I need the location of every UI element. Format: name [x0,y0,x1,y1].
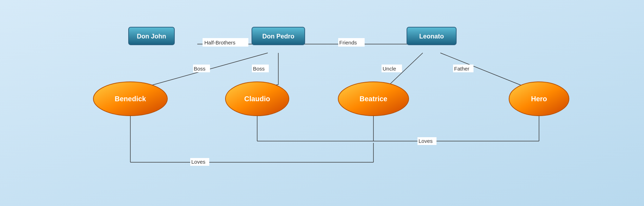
label-loves-benedick: Loves [191,159,205,165]
label-father: Father [454,66,469,72]
node-leonato[interactable]: Leonato [407,27,456,45]
node-don-pedro[interactable]: Don Pedro [252,27,305,45]
label-don-pedro: Don Pedro [262,33,294,40]
node-claudio[interactable]: Claudio [225,82,289,116]
label-hero: Hero [531,95,547,103]
label-friends: Friends [339,40,357,46]
label-boss-claudio: Boss [253,66,265,72]
label-loves-claudio: Loves [419,138,433,144]
node-don-john[interactable]: Don John [129,27,174,45]
label-boss-benedick: Boss [194,66,205,72]
node-benedick[interactable]: Benedick [93,82,167,116]
label-leonato: Leonato [419,33,444,40]
node-hero[interactable]: Hero [509,82,569,116]
relationship-diagram: Half-Brothers Friends Boss Boss Uncle Fa… [0,0,644,206]
label-benedick: Benedick [115,95,147,103]
label-claudio: Claudio [244,95,270,103]
node-beatrice[interactable]: Beatrice [338,82,409,116]
label-don-john: Don John [137,33,166,40]
label-beatrice: Beatrice [360,95,388,103]
label-halfbrothers: Half-Brothers [204,40,235,46]
label-uncle: Uncle [383,66,396,72]
